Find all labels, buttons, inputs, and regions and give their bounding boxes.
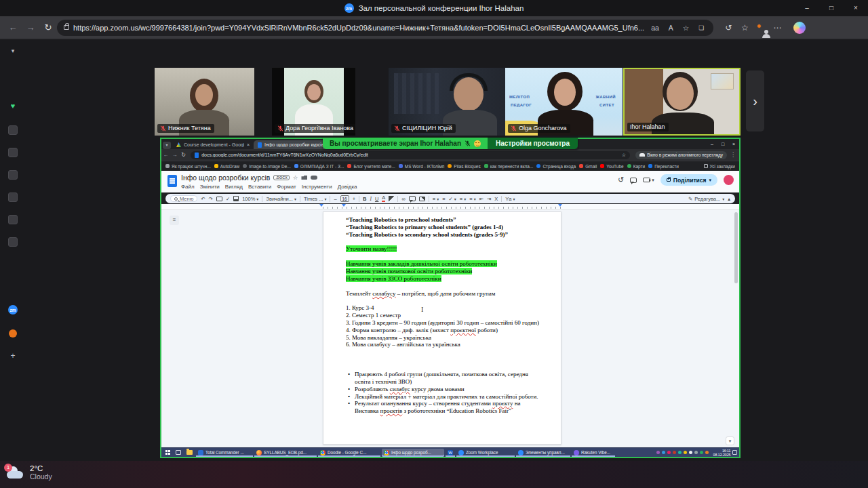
- checklist-button[interactable]: ✓▾: [449, 196, 456, 202]
- docs-logo-icon[interactable]: [167, 175, 177, 187]
- highlight-color-button[interactable]: [389, 196, 394, 201]
- taskbar-viber[interactable]: Rakuten Vibe...: [572, 449, 615, 457]
- font-size-increase[interactable]: +: [353, 196, 355, 202]
- font-size-value[interactable]: 16: [340, 195, 349, 202]
- tab-close-icon[interactable]: ×: [247, 142, 250, 147]
- bookmark-item[interactable]: Gmail: [579, 164, 597, 169]
- tray-icon[interactable]: [662, 451, 666, 455]
- paint-format-icon[interactable]: [233, 196, 239, 201]
- participant-tile[interactable]: МЕЛІТОП ЖАВНИЙ ПЕДАГОГ СИТЕТ Olga Goncha…: [505, 68, 623, 136]
- decrease-indent-icon[interactable]: ⇤: [479, 196, 484, 202]
- bookmark-item[interactable]: MS Word - ІКТолімп: [399, 164, 445, 169]
- tray-icon[interactable]: [678, 451, 682, 455]
- taskbar-total-commander[interactable]: Total Commander ...: [196, 449, 253, 457]
- forward-icon[interactable]: →: [170, 152, 179, 158]
- all-bookmarks-button[interactable]: Усі закладки: [704, 164, 735, 169]
- menu-tools[interactable]: Інструменти: [302, 184, 332, 190]
- tray-icon[interactable]: [689, 451, 693, 455]
- inner-clock[interactable]: 16:11 08.12.2025: [713, 449, 731, 457]
- browser-essentials-icon[interactable]: ↺: [720, 23, 736, 33]
- tray-icon[interactable]: [673, 451, 677, 455]
- shared-screen[interactable]: ▾ Course development - Googl... × Інфо щ…: [160, 138, 741, 458]
- app-shortcut-3[interactable]: [8, 170, 18, 180]
- italic-button[interactable]: I: [370, 196, 372, 202]
- bookmark-item[interactable]: Image-to-Image De...: [243, 164, 290, 169]
- account-avatar[interactable]: [724, 175, 734, 185]
- app-shortcut-4[interactable]: [8, 192, 18, 202]
- zoom-shortcut-icon[interactable]: zm: [8, 305, 18, 314]
- bookmark-item[interactable]: Pilas Bloques: [448, 164, 480, 169]
- menu-format[interactable]: Формат: [277, 184, 296, 190]
- menu-view[interactable]: Вигляд: [225, 184, 243, 190]
- url-text[interactable]: https://app.zoom.us/wc/9997664381/join?p…: [73, 24, 644, 32]
- participant-tile[interactable]: Нижник Тетяна: [155, 68, 254, 136]
- bookmark-item[interactable]: как перенести вкла...: [484, 164, 534, 169]
- font-select[interactable]: Times ...▾: [304, 196, 327, 202]
- bold-button[interactable]: B: [363, 196, 366, 202]
- add-icon[interactable]: +: [10, 351, 15, 361]
- bookmark-item[interactable]: Як працює штучн...: [165, 164, 211, 169]
- bookmark-item[interactable]: YouTube: [600, 164, 624, 169]
- document-outline-icon[interactable]: ≡: [170, 216, 179, 225]
- menu-help[interactable]: Довідка: [338, 184, 357, 190]
- inner-address-bar[interactable]: docs.google.com/document/d/11nmTY6AvT6N1…: [191, 151, 630, 159]
- bookmark-item[interactable]: ОЛІМПІАДА З ІТ - З...: [294, 164, 344, 169]
- indent-marker[interactable]: [342, 204, 346, 209]
- insert-link-icon[interactable]: ∞: [401, 196, 405, 202]
- inner-task-view-icon[interactable]: [174, 449, 183, 457]
- docs-scrollbar[interactable]: [734, 212, 738, 283]
- menu-insert[interactable]: Вставити: [248, 184, 271, 190]
- redo-icon[interactable]: ↷: [209, 196, 213, 202]
- translate-icon[interactable]: аа: [648, 24, 662, 32]
- increase-indent-icon[interactable]: ⇥: [487, 196, 491, 202]
- record-dot-icon[interactable]: [9, 329, 17, 338]
- next-participants-button[interactable]: ›: [746, 70, 764, 131]
- tray-icon[interactable]: [684, 451, 688, 455]
- tray-icon[interactable]: [700, 451, 704, 455]
- tab-course-development[interactable]: Course development - Googl... ×: [172, 140, 254, 149]
- font-size-decrease[interactable]: –: [334, 196, 336, 202]
- bookmark-item[interactable]: Страница входа: [536, 164, 576, 169]
- bookmark-item[interactable]: Блог учителя мате...: [347, 164, 395, 169]
- collapse-toolbar-icon[interactable]: ▴: [728, 196, 730, 202]
- right-margin-marker[interactable]: [558, 204, 562, 209]
- menu-edit[interactable]: Змінити: [200, 184, 220, 190]
- add-comment-icon[interactable]: [409, 196, 416, 201]
- inner-close-button[interactable]: ×: [728, 142, 739, 146]
- minimize-button[interactable]: –: [795, 0, 819, 16]
- reaction-smiley-icon[interactable]: [474, 140, 481, 147]
- back-icon[interactable]: ←: [161, 152, 170, 158]
- tab-search-icon[interactable]: ▾: [163, 142, 171, 149]
- split-screen-icon[interactable]: ❏: [696, 24, 707, 31]
- settings-more-icon[interactable]: ⋯: [769, 23, 785, 33]
- inner-url-text[interactable]: docs.google.com/document/d/11nmTY6AvT6N1…: [201, 152, 619, 157]
- taskbar-zoom-workplace[interactable]: Zoom Workplace: [456, 449, 515, 457]
- clear-formatting-icon[interactable]: X: [494, 196, 498, 202]
- zoom-select[interactable]: 100%▾: [242, 196, 258, 202]
- inner-start-button[interactable]: [163, 449, 172, 457]
- inner-maximize-button[interactable]: □: [717, 142, 728, 146]
- favorite-star-icon[interactable]: ☆: [680, 24, 692, 32]
- inner-show-desktop[interactable]: [732, 450, 737, 455]
- undo-icon[interactable]: ↶: [201, 196, 205, 202]
- maximize-button[interactable]: □: [819, 0, 844, 16]
- taskbar-docs-window-active[interactable]: Інфо щодо розроб...: [382, 449, 444, 457]
- weather-widget[interactable]: 1 2°C Cloudy: [7, 464, 52, 481]
- comments-icon[interactable]: [630, 178, 637, 183]
- view-settings-button[interactable]: Настройки просмотра: [488, 138, 578, 149]
- app-shortcut-5[interactable]: [8, 215, 18, 224]
- taskbar-word-icon[interactable]: W: [446, 449, 455, 457]
- spellcheck-icon[interactable]: ✓: [226, 196, 230, 202]
- menu-search-button[interactable]: Меню: [170, 195, 197, 202]
- reload-icon[interactable]: ↻: [179, 152, 188, 158]
- numbered-list-button[interactable]: ≡▾: [469, 196, 475, 202]
- underline-button[interactable]: U: [375, 196, 378, 202]
- meet-presentation-icon[interactable]: ▾: [643, 178, 654, 183]
- reload-icon[interactable]: ↻: [39, 22, 57, 33]
- taskbar-doodle-chrome[interactable]: Doodle - Google C...: [318, 449, 380, 457]
- styles-select[interactable]: Звичайни...▾: [266, 196, 296, 202]
- text-tools-button[interactable]: Yа▾: [505, 196, 515, 202]
- participant-tile[interactable]: Дора Георгіївна Іванова: [272, 68, 355, 136]
- left-margin-marker[interactable]: [319, 204, 323, 209]
- doc-title[interactable]: Інфо щодо розробки курсів: [181, 174, 270, 182]
